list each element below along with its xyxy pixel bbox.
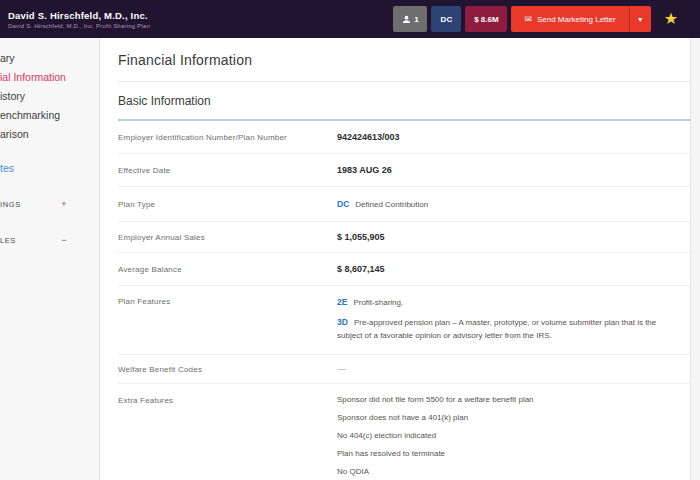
row-value: Sponsor did not file form 5500 for a wel… <box>337 395 684 480</box>
table-row-plan-type: Plan Type DCDefined Contribution <box>118 187 690 222</box>
app-window: David S. Hirschfeld, M.D., Inc. David S.… <box>0 0 700 480</box>
row-value: — <box>337 364 684 374</box>
feature-code: 2E <box>337 297 347 307</box>
plan-feature-line: 3DPre-approved pension plan – A master, … <box>337 316 676 343</box>
row-label: Effective Date <box>118 165 337 175</box>
section-title: Basic Information <box>118 94 690 108</box>
row-label: Employer Annual Sales <box>118 232 337 242</box>
basic-information-table: Employer Identification Number/Plan Numb… <box>118 119 690 480</box>
send-marketing-letter-button[interactable]: ✉ Send Marketing Letter <box>511 6 628 32</box>
title-divider <box>118 81 690 82</box>
plan-subtitle: David S. Hirschfeld, M.D., Inc. Profit S… <box>8 23 150 29</box>
expand-icon[interactable]: + <box>61 199 67 209</box>
extra-feature-item: Sponsor does not have a 401(k) plan <box>337 413 676 422</box>
table-row-plan-features: Plan Features 2EProfit-sharing. 3DPre-ap… <box>118 286 690 355</box>
extra-feature-item: No QDIA <box>337 467 676 476</box>
person-icon <box>402 15 411 24</box>
sidebar-item-truncated-summary[interactable]: ary <box>0 49 99 68</box>
content-area: ary ial Information istory enchmarking a… <box>0 38 700 480</box>
row-value: $ 1,055,905 <box>337 232 684 242</box>
row-value: 1983 AUG 26 <box>337 165 684 175</box>
sidebar-link-truncated-notes[interactable]: tes <box>0 159 99 178</box>
sidebar: ary ial Information istory enchmarking a… <box>0 38 100 480</box>
row-label: Employer Identification Number/Plan Numb… <box>118 132 337 142</box>
participants-count: 1 <box>414 15 418 24</box>
sidebar-section-truncated-filings[interactable]: INGS + <box>0 194 99 214</box>
table-row-effective-date: Effective Date 1983 AUG 26 <box>118 154 690 187</box>
company-title: David S. Hirschfeld, M.D., Inc. <box>8 10 150 21</box>
collapse-icon[interactable]: − <box>61 235 67 245</box>
feature-text: Profit-sharing. <box>353 298 403 307</box>
row-label: Average Balance <box>118 264 337 274</box>
row-value: $ 8,607,145 <box>337 264 684 274</box>
table-row-welfare-benefit-codes: Welfare Benefit Codes — <box>118 355 690 384</box>
header-actions: 1 DC $ 8.6M ✉ Send Marketing Letter ▾ ★ <box>393 0 700 38</box>
header-titles: David S. Hirschfeld, M.D., Inc. David S.… <box>8 10 150 29</box>
plan-type-badge[interactable]: DC <box>431 6 461 32</box>
mail-icon: ✉ <box>524 15 532 24</box>
sidebar-section-truncated-roles[interactable]: LES − <box>0 230 99 250</box>
sidebar-section-label: LES <box>0 236 16 245</box>
extra-feature-item: No 404(c) election indicated <box>337 431 676 440</box>
plan-type-code: DC <box>337 199 349 209</box>
sidebar-item-financial-information[interactable]: ial Information <box>0 68 99 87</box>
row-value: 2EProfit-sharing. 3DPre-approved pension… <box>337 296 684 342</box>
page-title: Financial Information <box>118 52 690 68</box>
sidebar-item-truncated-history[interactable]: istory <box>0 87 99 106</box>
feature-text: Pre-approved pension plan – A master, pr… <box>337 318 656 340</box>
row-label: Extra Features <box>118 395 337 480</box>
chevron-down-icon: ▾ <box>638 15 642 24</box>
sidebar-item-truncated-benchmarking[interactable]: enchmarking <box>0 106 99 125</box>
row-label: Plan Features <box>118 296 337 342</box>
extra-feature-item: Plan has resolved to terminate <box>337 449 676 458</box>
table-row-average-balance: Average Balance $ 8,607,145 <box>118 253 690 286</box>
sidebar-section-label: INGS <box>0 200 21 209</box>
table-row-extra-features: Extra Features Sponsor did not file form… <box>118 384 690 480</box>
row-value: 942424613/003 <box>337 132 684 142</box>
plan-feature-line: 2EProfit-sharing. <box>337 296 676 310</box>
app-header: David S. Hirschfeld, M.D., Inc. David S.… <box>0 0 700 38</box>
table-row-ein: Employer Identification Number/Plan Numb… <box>118 121 690 154</box>
send-letter-group: ✉ Send Marketing Letter ▾ <box>511 6 650 32</box>
plan-type-text: Defined Contribution <box>355 200 428 209</box>
extra-feature-item: Sponsor did not file form 5500 for a wel… <box>337 395 676 404</box>
feature-code: 3D <box>337 317 348 327</box>
participants-badge[interactable]: 1 <box>393 6 427 32</box>
row-label: Welfare Benefit Codes <box>118 364 337 374</box>
send-letter-dropdown-button[interactable]: ▾ <box>629 6 651 32</box>
favorite-star-icon[interactable]: ★ <box>664 11 678 27</box>
row-value: DCDefined Contribution <box>337 199 684 209</box>
sidebar-item-truncated-comparison[interactable]: arison <box>0 125 99 144</box>
main-panel: Financial Information Basic Information … <box>100 38 690 480</box>
row-label: Plan Type <box>118 199 337 209</box>
table-row-annual-sales: Employer Annual Sales $ 1,055,905 <box>118 222 690 253</box>
send-marketing-letter-label: Send Marketing Letter <box>537 15 616 24</box>
scrollbar-track[interactable] <box>690 38 700 480</box>
assets-badge[interactable]: $ 8.6M <box>465 6 507 32</box>
